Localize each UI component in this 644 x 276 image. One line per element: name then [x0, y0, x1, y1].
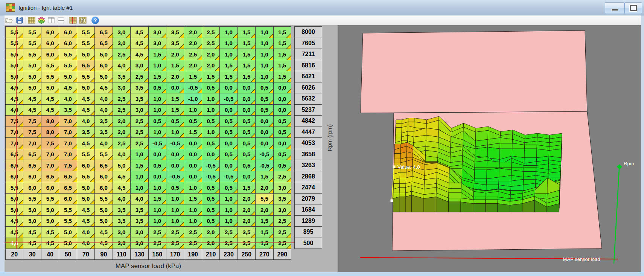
- cell-7605-170[interactable]: 3,5: [166, 38, 184, 49]
- cell-5632-30[interactable]: 4,5: [23, 93, 41, 104]
- cell-8000-110[interactable]: 3,0: [113, 27, 130, 38]
- cell-6816-250[interactable]: 1,5: [238, 60, 255, 71]
- cell-4053-170[interactable]: -0,5: [166, 138, 184, 149]
- cell-3263-40[interactable]: 7,0: [41, 160, 59, 171]
- cell-4447-30[interactable]: 7,5: [23, 127, 41, 138]
- cell-4053-110[interactable]: 2,5: [113, 138, 130, 149]
- cell-6026-190[interactable]: -0,5: [184, 82, 201, 93]
- cell-3263-130[interactable]: 1,5: [131, 160, 148, 171]
- save-button[interactable]: [15, 16, 24, 25]
- cell-1289-110[interactable]: 3,5: [113, 216, 130, 227]
- cell-4447-20[interactable]: 7,0: [6, 127, 23, 138]
- cell-3658-210[interactable]: 0,0: [202, 149, 219, 160]
- cell-6421-190[interactable]: 1,5: [184, 71, 201, 82]
- cell-2079-290[interactable]: 3,5: [274, 194, 291, 204]
- cell-6816-90[interactable]: 6,0: [95, 60, 112, 71]
- cell-7211-210[interactable]: 2,0: [202, 49, 219, 60]
- cell-5237-190[interactable]: 1,0: [184, 105, 201, 116]
- cell-3658-270[interactable]: -0,5: [256, 149, 273, 160]
- cell-1289-50[interactable]: 5,5: [59, 216, 76, 227]
- cell-2474-190[interactable]: 1,0: [184, 182, 201, 193]
- split-horizontal-button[interactable]: [56, 16, 65, 25]
- cell-1684-210[interactable]: 0,5: [202, 204, 219, 215]
- maximize-button[interactable]: [624, 2, 642, 14]
- cell-1289-70[interactable]: 4,5: [77, 216, 94, 227]
- cell-4447-170[interactable]: 1,0: [166, 127, 184, 138]
- cell-4842-30[interactable]: 7,5: [23, 116, 41, 127]
- cell-4842-40[interactable]: 8,0: [41, 116, 59, 127]
- cell-7605-250[interactable]: 1,5: [238, 38, 255, 49]
- cell-1289-30[interactable]: 5,0: [23, 216, 41, 227]
- cell-1684-270[interactable]: 2,0: [256, 204, 273, 215]
- cell-2079-50[interactable]: 6,0: [59, 194, 76, 204]
- cell-2474-270[interactable]: 2,0: [256, 182, 273, 193]
- cell-5632-190[interactable]: -1,0: [184, 93, 201, 104]
- cell-2474-70[interactable]: 5,0: [77, 182, 94, 193]
- cell-4447-70[interactable]: 3,5: [77, 127, 94, 138]
- cell-2079-210[interactable]: 0,5: [202, 194, 219, 204]
- cell-7211-190[interactable]: 2,5: [184, 49, 201, 60]
- cell-2868-290[interactable]: 2,5: [274, 171, 291, 182]
- cell-1684-290[interactable]: 3,0: [274, 204, 291, 215]
- cell-7211-40[interactable]: 6,0: [41, 49, 59, 60]
- cell-6026-50[interactable]: 4,5: [59, 82, 76, 93]
- cell-2868-130[interactable]: 1,0: [131, 171, 148, 182]
- cell-5632-210[interactable]: 1,0: [202, 93, 219, 104]
- cell-2079-20[interactable]: 5,0: [6, 194, 23, 204]
- cell-4053-70[interactable]: 4,5: [77, 138, 94, 149]
- cell-6816-130[interactable]: 3,0: [131, 60, 148, 71]
- cell-2079-150[interactable]: 1,5: [149, 194, 166, 204]
- cell-7605-130[interactable]: 4,5: [131, 38, 148, 49]
- cell-7605-210[interactable]: 2,5: [202, 38, 219, 49]
- cell-6816-40[interactable]: 5,5: [41, 60, 59, 71]
- cell-8000-170[interactable]: 3,5: [166, 27, 184, 38]
- cell-3658-150[interactable]: 0,0: [149, 149, 166, 160]
- cell-6421-90[interactable]: 5,0: [95, 71, 112, 82]
- cell-3263-20[interactable]: 6,5: [6, 160, 23, 171]
- table-view-button[interactable]: [27, 16, 36, 25]
- cell-1289-90[interactable]: 5,0: [95, 216, 112, 227]
- cell-8000-40[interactable]: 6,0: [41, 27, 59, 38]
- cell-4053-150[interactable]: -0,5: [149, 138, 166, 149]
- table-follow-crosshair-button[interactable]: [69, 16, 78, 25]
- cell-8000-230[interactable]: 1,0: [220, 27, 237, 38]
- cell-6421-230[interactable]: 1,5: [220, 71, 237, 82]
- cell-4842-210[interactable]: 0,5: [202, 116, 219, 127]
- cell-2474-40[interactable]: 6,0: [41, 182, 59, 193]
- cell-8000-210[interactable]: 2,5: [202, 27, 219, 38]
- cell-895-70[interactable]: 4,0: [77, 227, 94, 238]
- cell-2868-150[interactable]: 0,0: [149, 171, 166, 182]
- cell-6026-290[interactable]: 0,0: [274, 82, 291, 93]
- cell-4842-250[interactable]: 0,5: [238, 116, 255, 127]
- surface-3d-view-button[interactable]: [37, 16, 46, 25]
- cell-1684-130[interactable]: 3,5: [131, 204, 148, 215]
- cell-1289-270[interactable]: 1,5: [256, 216, 273, 227]
- cell-2868-20[interactable]: 6,0: [6, 171, 23, 182]
- cell-3658-130[interactable]: 1,0: [131, 149, 148, 160]
- cell-1684-70[interactable]: 4,5: [77, 204, 94, 215]
- cell-6421-290[interactable]: 1,5: [274, 71, 291, 82]
- cell-3658-290[interactable]: 0,5: [274, 149, 291, 160]
- cell-2474-110[interactable]: 4,5: [113, 182, 130, 193]
- cell-4053-270[interactable]: 0,0: [256, 138, 273, 149]
- cell-4842-20[interactable]: 7,5: [6, 116, 23, 127]
- cell-6421-50[interactable]: 5,0: [59, 71, 76, 82]
- cell-6816-110[interactable]: 4,0: [113, 60, 130, 71]
- cell-2079-230[interactable]: 1,0: [220, 194, 237, 204]
- cell-2079-90[interactable]: 5,5: [95, 194, 112, 204]
- cell-3263-150[interactable]: 0,5: [149, 160, 166, 171]
- cell-4842-170[interactable]: 0,5: [166, 116, 184, 127]
- cell-7211-30[interactable]: 5,5: [23, 49, 41, 60]
- cell-6421-30[interactable]: 5,0: [23, 71, 41, 82]
- cell-5632-130[interactable]: 3,5: [131, 93, 148, 104]
- cell-4842-270[interactable]: 0,0: [256, 116, 273, 127]
- cell-8000-70[interactable]: 5,5: [77, 27, 94, 38]
- cell-3263-190[interactable]: 0,0: [184, 160, 201, 171]
- cell-6026-90[interactable]: 4,5: [95, 82, 112, 93]
- cell-8000-130[interactable]: 4,5: [131, 27, 148, 38]
- cell-1684-90[interactable]: 5,0: [95, 204, 112, 215]
- cell-5632-170[interactable]: 1,5: [166, 93, 184, 104]
- cell-2079-190[interactable]: 1,5: [184, 194, 201, 204]
- cell-4842-290[interactable]: 0,5: [274, 116, 291, 127]
- cell-3263-170[interactable]: 0,0: [166, 160, 184, 171]
